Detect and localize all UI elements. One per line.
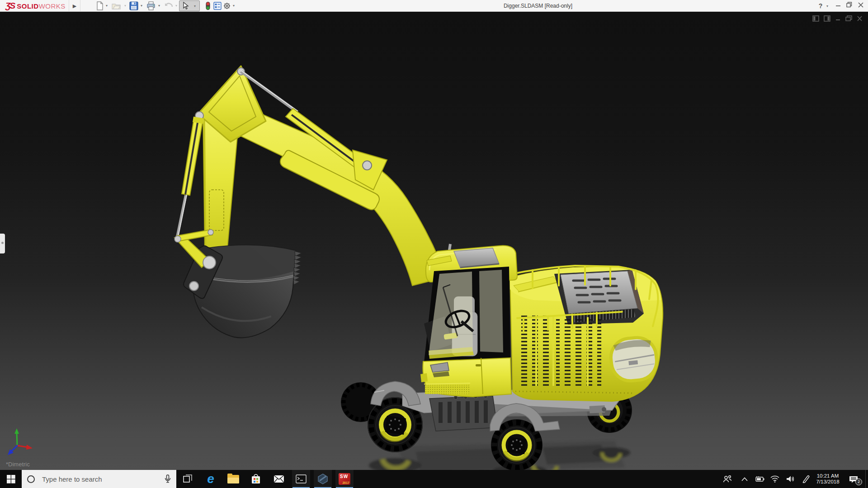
new-caret[interactable]: ▾ [106, 4, 109, 8]
solidworks-taskbar-button[interactable]: SW 2017 [335, 470, 354, 488]
command-prompt-button[interactable] [292, 470, 310, 488]
restore-document-icon[interactable] [845, 15, 852, 22]
upper-body [508, 266, 663, 401]
minimize-button[interactable] [834, 0, 843, 12]
select-caret[interactable]: ▾ [194, 5, 198, 8]
orientation-triad [8, 428, 33, 455]
taskbar: Type here to search e SW 2017 [0, 470, 868, 488]
battery-icon [755, 476, 764, 482]
view-orientation-label: *Dimetric [6, 461, 30, 468]
tray-overflow-button[interactable] [740, 470, 750, 488]
start-button[interactable] [0, 470, 22, 488]
print-icon[interactable] [146, 1, 156, 10]
tray-time: 10:21 AM [817, 473, 839, 479]
open-icon[interactable] [112, 1, 121, 10]
volume-tray-button[interactable] [784, 470, 797, 488]
people-tray-button[interactable] [722, 470, 733, 488]
notification-badge: 2 [855, 479, 862, 485]
pen-tray-button[interactable] [800, 470, 812, 488]
show-desktop-button[interactable] [865, 470, 868, 488]
store-icon [251, 474, 261, 484]
store-button[interactable] [247, 470, 265, 488]
file-properties-icon[interactable] [213, 1, 222, 10]
microphone-icon[interactable] [165, 474, 171, 483]
network-tray-button[interactable] [769, 470, 781, 488]
excavator-model [0, 12, 868, 470]
window-title: Digger.SLDASM [Read-only] [470, 0, 606, 12]
edge-button[interactable]: e [202, 470, 220, 488]
hexagon-app-icon [317, 474, 328, 484]
search-placeholder: Type here to search [42, 475, 165, 483]
mail-icon [274, 475, 284, 483]
file-explorer-button[interactable] [224, 470, 242, 488]
command-prompt-icon [296, 474, 307, 483]
tray-date: 7/13/2018 [816, 479, 839, 485]
show-pane-right-icon[interactable] [824, 15, 830, 22]
options-caret[interactable]: ▾ [233, 4, 236, 8]
power-tray-button[interactable] [753, 470, 766, 488]
undo-caret[interactable]: ▾ [175, 4, 179, 8]
close-document-icon[interactable] [857, 15, 863, 22]
show-pane-left-icon[interactable] [812, 15, 819, 22]
task-view-icon [183, 474, 193, 484]
select-tool-button[interactable]: ▾ [179, 0, 200, 11]
windows-logo-icon [7, 475, 15, 483]
titlebar: ƷSSOLIDWORKS ▶ ▾ ▾ ▾ ▾ ▾ ▾ ▾ Digger.SLDA… [0, 0, 868, 12]
solidworks-app-icon: SW 2017 [339, 473, 350, 485]
menu-flyout-arrow[interactable]: ▶ [69, 0, 80, 12]
undo-icon[interactable] [164, 1, 173, 10]
close-button[interactable] [856, 0, 865, 12]
help-button[interactable]: ? [816, 0, 825, 12]
options-gear-icon[interactable] [222, 1, 231, 10]
pen-icon [802, 475, 810, 483]
cortana-icon [27, 475, 35, 483]
document-window-controls [812, 15, 863, 22]
wifi-icon [770, 475, 779, 483]
feature-manager-collapsed-tab[interactable] [0, 234, 5, 253]
new-document-icon[interactable] [95, 1, 104, 10]
action-center-button[interactable]: 2 [845, 470, 862, 488]
file-explorer-icon [227, 475, 239, 483]
clock[interactable]: 10:21 AM 7/13/2018 [813, 470, 843, 488]
people-icon [723, 475, 732, 483]
viewport-3d[interactable]: *Dimetric [0, 12, 868, 470]
rebuild-icon[interactable] [203, 1, 212, 10]
minimize-document-icon[interactable] [835, 15, 841, 22]
save-caret[interactable]: ▾ [141, 4, 144, 8]
mail-button[interactable] [270, 470, 288, 488]
boom-assembly [175, 66, 450, 338]
3d-app-button[interactable] [314, 470, 332, 488]
rear-window [609, 336, 658, 383]
open-caret[interactable]: ▾ [124, 4, 128, 8]
select-cursor-icon [182, 2, 190, 10]
cab [420, 246, 517, 397]
edge-icon: e [207, 473, 214, 485]
help-caret[interactable]: ▾ [826, 5, 830, 8]
task-view-button[interactable] [179, 470, 197, 488]
ds-logo-icon: ƷS [5, 1, 14, 11]
print-caret[interactable]: ▾ [158, 4, 162, 8]
speaker-icon [786, 475, 795, 483]
restore-button[interactable] [844, 0, 854, 12]
save-icon[interactable] [129, 1, 138, 10]
search-box[interactable]: Type here to search [22, 470, 176, 488]
solidworks-logo: ƷSSOLIDWORKS [5, 1, 66, 10]
chevron-up-icon [741, 477, 748, 481]
